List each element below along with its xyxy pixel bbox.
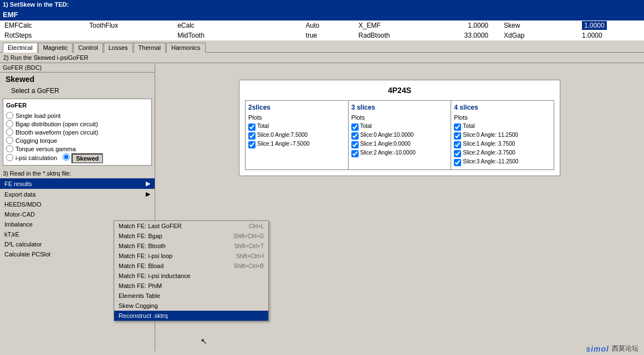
radio-torque-label: Torque versus gamma — [16, 146, 76, 152]
emf-row2: RotSteps MidTooth true RadBtooth 33.0000… — [0, 30, 644, 40]
tab-thermal[interactable]: Thermal — [134, 43, 166, 53]
skewed-radio[interactable] — [63, 153, 70, 161]
skewed-badge: Skewed — [71, 153, 103, 163]
slice-2-slice0[interactable]: Slice:0 Angle:7.5000 — [248, 131, 345, 140]
motor-cad-label: Motor-CAD — [4, 211, 35, 218]
slice-4-total[interactable]: Total — [454, 122, 551, 131]
xdgap-value: 1.0000 — [577, 30, 644, 40]
slice-3-slice1[interactable]: Slice:1 Angle:0.0000 — [351, 140, 448, 149]
export-data-arrow: ▶ — [146, 191, 150, 198]
bottom-bar: simol 西莫论坛 — [580, 342, 644, 355]
simol-chinese: 西莫论坛 — [612, 344, 638, 353]
title-bar: 1) SetSkew in the TED: — [0, 0, 644, 9]
slice-2-slice1[interactable]: Slice:1 Angle:-7.5000 — [248, 140, 345, 149]
slice-2-header: 2slices — [248, 104, 345, 111]
slice-3-plots: Plots — [351, 114, 448, 121]
tab-magnetic[interactable]: Magnetic — [38, 43, 73, 53]
x-emf-value: 1.0000 — [448, 20, 493, 30]
slice-3-total[interactable]: Total — [351, 122, 448, 131]
radio-cogging-label: Cogging torque — [16, 137, 57, 144]
fe-results-arrow: ▶ — [146, 180, 150, 187]
submenu-reconstruct-sktrq[interactable]: Reconstruct .sktrq — [114, 311, 268, 321]
slice-3-slice0[interactable]: Slice:0 Angle:10.0000 — [351, 131, 448, 140]
submenu-match-last-gofer[interactable]: Match FE: Last GoFER Ctrl+L — [114, 221, 268, 231]
select-gofer-label: Select a GoFER — [0, 86, 155, 96]
x-emf-label: X_EMF — [354, 20, 448, 30]
emf-row1: EMFCalc ToothFlux eCalc Auto X_EMF 1.000… — [0, 20, 644, 30]
slice-4-slice3[interactable]: Slice:3 Angle:-11.2500 — [454, 158, 551, 167]
auto-label: Auto — [301, 20, 354, 30]
tab-control[interactable]: Control — [73, 43, 103, 53]
radio-single-load-label: Single load point — [16, 112, 60, 119]
midtooth-label: MidTooth — [173, 30, 257, 40]
submenu-elements-table[interactable]: Elements Table — [114, 291, 268, 301]
submenu-match-bload[interactable]: Match FE: Bload Shift+Ctrl+B — [114, 261, 268, 271]
submenu-match-btooth[interactable]: Match FE: Btooth Shift+Ctrl+T — [114, 241, 268, 251]
menu-export-data[interactable]: Export data ▶ — [0, 189, 155, 199]
radio-cogging[interactable]: Cogging torque — [6, 136, 149, 145]
skew-value: 1.0000 — [577, 20, 644, 30]
results-box: 4P24S 2slices Plots Total Slice:0 Angle:… — [239, 80, 560, 176]
menu-heeds[interactable]: HEEDS/MDO — [0, 199, 155, 209]
slice-3-slice2[interactable]: Slice:2 Angle:-10.0000 — [351, 149, 448, 158]
slice-3-header: 3 slices — [351, 104, 448, 111]
emfcalc-label: EMFCalc — [0, 20, 85, 30]
slice-4-plots: Plots — [454, 114, 551, 121]
fe-results-label: FE results — [4, 181, 32, 187]
radio-single-load[interactable]: Single load point — [6, 111, 149, 120]
slices-container: 2slices Plots Total Slice:0 Angle:7.5000… — [245, 100, 554, 170]
slice-column-3: 3 slices Plots Total Slice:0 Angle:10.00… — [349, 100, 452, 170]
radio-torque[interactable]: Torque versus gamma — [6, 145, 149, 153]
gofer-group-title: GoFER — [6, 102, 149, 109]
skewed-title: Skewed — [0, 73, 155, 86]
toothflux-label: ToothFlux — [85, 20, 173, 30]
slice-2-plots: Plots — [248, 114, 345, 121]
submenu-match-bgap[interactable]: Match FE: Bgap Shift+Ctrl+G — [114, 231, 268, 241]
true-label: true — [301, 30, 354, 40]
gofer-group: GoFER Single load point Bgap distributio… — [3, 99, 152, 166]
gofer-header: GoFER (BDC) — [0, 63, 155, 73]
submenu-skew-cogging[interactable]: Skew Cogging — [114, 301, 268, 311]
xdgap-label: XdGap — [493, 30, 577, 40]
slice-4-slice1[interactable]: Slice:1 Angle: 3.7500 — [454, 140, 551, 149]
emf-data-table: EMFCalc ToothFlux eCalc Auto X_EMF 1.000… — [0, 20, 644, 40]
step2-label: 2) Run the Skewed i-psiGoFER — [0, 53, 644, 63]
tabs-bar: Electrical Magnetic Control Losses Therm… — [0, 40, 644, 53]
radio-ipsi[interactable]: i-psi calculation Skewed — [6, 153, 149, 162]
radbtooth-label: RadBtooth — [354, 30, 448, 40]
radio-ipsi-label: i-psi calculation — [16, 155, 57, 161]
skew-label: Skew — [493, 20, 577, 30]
submenu-match-ipsi-inductance[interactable]: Match FE: i-psi inductance — [114, 271, 268, 281]
slice-4-slice2[interactable]: Slice:2 Angle:-3.7500 — [454, 149, 551, 158]
heeds-label: HEEDS/MDO — [4, 201, 42, 208]
menu-motor-cad[interactable]: Motor-CAD — [0, 209, 155, 219]
slice-column-2: 2slices Plots Total Slice:0 Angle:7.5000… — [245, 100, 349, 170]
rotsteps-label: RotSteps — [0, 30, 85, 40]
tab-electrical[interactable]: Electrical — [3, 43, 38, 53]
calculate-pcslot-label: Calculate PCSlot — [4, 251, 50, 258]
radio-bgap[interactable]: Bgap distribution (open circuit) — [6, 120, 149, 128]
kt-ke-label: kT,kE — [4, 231, 19, 238]
simol-logo: simol — [586, 344, 609, 353]
step3-label: 3) Read in the *.sktrq file: — [0, 168, 155, 178]
submenu-match-ipsi-loop[interactable]: Match FE: i-psi loop Shift+Ctrl+I — [114, 251, 268, 261]
slice-4-header: 4 slices — [454, 104, 551, 111]
tab-harmonics[interactable]: Harmonics — [166, 43, 206, 53]
tab-losses[interactable]: Losses — [104, 43, 133, 53]
submenu-match-phim[interactable]: Match FE: PhiM — [114, 281, 268, 291]
radio-btooth[interactable]: Btooth waveform (open circuit) — [6, 128, 149, 136]
results-title: 4P24S — [245, 86, 554, 95]
slice-2-total[interactable]: Total — [248, 122, 345, 131]
slice-4-slice0[interactable]: Slice:0 Angle: 11.2500 — [454, 131, 551, 140]
ecalc-label: eCalc — [173, 20, 257, 30]
main-content: GoFER (BDC) Skewed Select a GoFER GoFER … — [0, 63, 644, 351]
imbalance-label: Imbalance — [4, 221, 33, 228]
emf-header: EMF — [0, 9, 644, 20]
slice-column-4: 4 slices Plots Total Slice:0 Angle: 11.2… — [451, 100, 554, 170]
radio-btooth-label: Btooth waveform (open circuit) — [16, 129, 98, 136]
export-data-label: Export data — [4, 191, 35, 198]
d2l-label: D²L calculator — [4, 241, 42, 248]
submenu: Match FE: Last GoFER Ctrl+L Match FE: Bg… — [114, 220, 269, 321]
menu-fe-results[interactable]: FE results ▶ — [0, 178, 155, 189]
title-text: 1) SetSkew in the TED: — [3, 1, 69, 8]
